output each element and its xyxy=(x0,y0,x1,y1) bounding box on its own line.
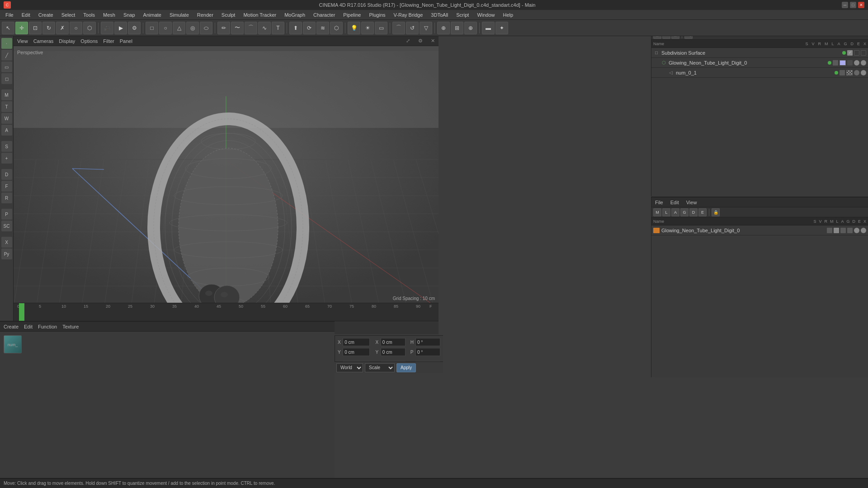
toolbar-extrude-btn[interactable]: ⬆ xyxy=(289,22,302,34)
menu-3dtoall[interactable]: 3DToAll xyxy=(427,11,452,19)
viewport-view-btn[interactable]: View xyxy=(17,38,28,44)
attr-object-row[interactable]: Glowing_Neon_Tube_Light_Digit_0 xyxy=(651,225,868,235)
toolbar-camera-btn[interactable]: 🎥 xyxy=(101,22,113,34)
toolbar-sweep-btn[interactable]: ≋ xyxy=(316,22,329,34)
viewport-canvas[interactable]: X Y Z xyxy=(14,46,439,303)
attr-file-btn[interactable]: File xyxy=(653,200,665,205)
coord-p-field[interactable]: 0 ° xyxy=(415,348,440,356)
viewport-close-icon[interactable]: ✕ xyxy=(431,38,435,44)
menu-select[interactable]: Select xyxy=(58,11,79,19)
attr-view-btn[interactable]: View xyxy=(684,200,699,205)
menu-pipeline[interactable]: Pipeline xyxy=(340,11,364,19)
toolbar-arc-btn[interactable]: ⌒ xyxy=(245,22,257,34)
menu-mesh[interactable]: Mesh xyxy=(99,11,119,19)
toolbar-torus-btn[interactable]: ◎ xyxy=(186,22,199,34)
toolbar-bend-btn[interactable]: ⌒ xyxy=(392,22,405,34)
menu-file[interactable]: File xyxy=(2,11,17,19)
left-paint-btn[interactable]: P xyxy=(1,209,12,220)
toolbar-select-all-btn[interactable]: ✗ xyxy=(56,22,69,34)
menu-character[interactable]: Character xyxy=(310,11,339,19)
menu-vray[interactable]: V-Ray Bridge xyxy=(390,11,427,19)
toolbar-array-btn[interactable]: ⊞ xyxy=(451,22,463,34)
object-row-glowing[interactable]: ⬡ Glowing_Neon_Tube_Light_Digit_0 xyxy=(651,58,868,68)
toolbar-sky-btn[interactable]: ☀ xyxy=(361,22,374,34)
viewport-settings-icon[interactable]: ⚙ xyxy=(418,38,423,44)
attr-tb-btn3[interactable]: A xyxy=(671,208,679,216)
attr-tb-lock[interactable]: 🔒 xyxy=(712,208,720,216)
menu-simulate[interactable]: Simulate xyxy=(166,11,193,19)
left-polys-btn[interactable]: ▭ xyxy=(1,61,12,72)
attr-tb-btn4[interactable]: G xyxy=(680,208,689,216)
apply-button[interactable]: Apply xyxy=(396,363,416,372)
toolbar-lathe-btn[interactable]: ⟳ xyxy=(303,22,316,34)
toolbar-floor-btn[interactable]: ▭ xyxy=(375,22,387,34)
left-display-btn[interactable]: D xyxy=(1,169,12,180)
attr-tb-btn2[interactable]: L xyxy=(662,208,670,216)
left-obj-btn[interactable]: ◻ xyxy=(1,73,12,84)
toolbar-cube-btn[interactable]: □ xyxy=(146,22,158,34)
viewport-display-btn[interactable]: Display xyxy=(59,38,75,44)
attr-tb-btn6[interactable]: E xyxy=(698,208,707,216)
menu-animate[interactable]: Animate xyxy=(140,11,165,19)
toolbar-spline-btn[interactable]: 〜 xyxy=(231,22,244,34)
menu-render[interactable]: Render xyxy=(193,11,217,19)
left-workplane-btn[interactable]: W xyxy=(1,113,12,124)
toolbar-sphere-btn[interactable]: ○ xyxy=(159,22,172,34)
toolbar-cone-btn[interactable]: △ xyxy=(173,22,185,34)
menu-tools[interactable]: Tools xyxy=(80,11,99,19)
toolbar-bezier-btn[interactable]: ∿ xyxy=(258,22,271,34)
toolbar-cloner-btn[interactable]: ⊕ xyxy=(464,22,477,34)
left-anim-btn[interactable]: A xyxy=(1,125,12,136)
left-xpresso-btn[interactable]: X xyxy=(1,237,12,248)
attr-edit-btn[interactable]: Edit xyxy=(669,200,681,205)
toolbar-pen-btn[interactable]: ✏ xyxy=(217,22,230,34)
toolbar-null-btn[interactable]: ✦ xyxy=(495,22,508,34)
attr-tb-btn5[interactable]: D xyxy=(689,208,698,216)
menu-help[interactable]: Help xyxy=(500,11,517,19)
left-model-btn[interactable]: M xyxy=(1,89,12,100)
toolbar-light-btn[interactable]: 💡 xyxy=(348,22,360,34)
toolbar-text-btn[interactable]: T xyxy=(272,22,284,34)
menu-motion-tracker[interactable]: Motion Tracker xyxy=(240,11,280,19)
maximize-button[interactable]: □ xyxy=(850,2,856,8)
viewport-maximize-icon[interactable]: ⤢ xyxy=(406,38,410,44)
attr-tb-btn1[interactable]: M xyxy=(653,208,661,216)
toolbar-taper-btn[interactable]: ▽ xyxy=(420,22,432,34)
object-row-num[interactable]: ◁ num_0_1 xyxy=(651,68,868,78)
minimize-button[interactable]: ─ xyxy=(842,2,848,8)
toolbar-loft-btn[interactable]: ⬡ xyxy=(330,22,343,34)
left-sculpt2-btn[interactable]: SC xyxy=(1,221,12,231)
menu-script[interactable]: Script xyxy=(453,11,472,19)
menu-edit[interactable]: Edit xyxy=(18,11,34,19)
left-texture-btn[interactable]: T xyxy=(1,101,12,112)
toolbar-render-settings-btn[interactable]: ⚙ xyxy=(128,22,141,34)
coord-x-size-field[interactable]: 0 cm xyxy=(381,338,406,346)
left-edges-btn[interactable]: ╱ xyxy=(1,50,12,61)
coord-y-size-field[interactable]: 0 cm xyxy=(381,348,406,356)
left-points-btn[interactable]: · xyxy=(1,38,12,49)
toolbar-twist-btn[interactable]: ↺ xyxy=(406,22,419,34)
toolbar-move-btn[interactable]: ✛ xyxy=(15,22,28,34)
menu-mograph[interactable]: MoGraph xyxy=(281,11,309,19)
mat-texture-btn[interactable]: Texture xyxy=(62,324,79,329)
left-render-btn[interactable]: R xyxy=(1,192,12,203)
toolbar-select-circle-btn[interactable]: ○ xyxy=(70,22,82,34)
mat-create-btn[interactable]: Create xyxy=(4,324,19,329)
left-axis-btn[interactable]: + xyxy=(1,153,12,164)
mat-edit-btn[interactable]: Edit xyxy=(24,324,33,329)
world-dropdown[interactable]: World Object xyxy=(336,363,363,372)
coord-x-pos-field[interactable]: 0 cm xyxy=(343,338,370,346)
viewport-options-btn[interactable]: Options xyxy=(80,38,98,44)
mat-function-btn[interactable]: Function xyxy=(38,324,57,329)
menu-sculpt[interactable]: Sculpt xyxy=(218,11,239,19)
viewport-panel-btn[interactable]: Panel xyxy=(120,38,132,44)
toolbar-boole-btn[interactable]: ⊕ xyxy=(437,22,450,34)
timeline[interactable]: 0 5 10 15 20 25 30 35 40 45 50 55 60 65 … xyxy=(14,303,439,321)
toolbar-floor2-btn[interactable]: ▬ xyxy=(482,22,495,34)
toolbar-select-btn[interactable]: ↖ xyxy=(2,22,14,34)
close-button[interactable]: ✕ xyxy=(858,2,864,8)
left-filter-btn[interactable]: F xyxy=(1,181,12,192)
left-snap-btn[interactable]: S xyxy=(1,141,12,152)
coord-y-pos-field[interactable]: 0 cm xyxy=(343,348,370,356)
menu-create[interactable]: Create xyxy=(35,11,57,19)
